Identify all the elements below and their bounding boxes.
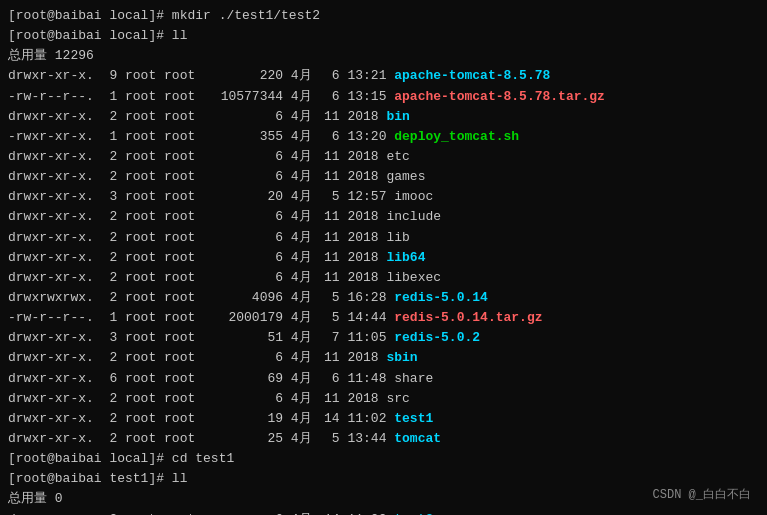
file-time: 2018 [340, 207, 387, 227]
file-month: 4月 [283, 348, 312, 368]
file-month: 4月 [283, 308, 312, 328]
terminal-line: drwxr-xr-x. 2 root root 6 4月 11 2018 lib… [8, 268, 759, 288]
file-month: 4月 [283, 167, 312, 187]
file-day: 11 [312, 268, 340, 288]
terminal-line: drwxrwxrwx. 2 root root 4096 4月 5 16:28 … [8, 288, 759, 308]
file-perms: drwxr-xr-x. 2 root root [8, 348, 203, 368]
terminal-line: drwxr-xr-x. 2 root root 19 4月 14 11:02 t… [8, 409, 759, 429]
terminal-line: drwxr-xr-x. 2 root root 6 4月 11 2018 gam… [8, 167, 759, 187]
file-time: 2018 [340, 228, 387, 248]
file-name: deploy_tomcat.sh [394, 127, 519, 147]
file-time: 13:21 [340, 66, 395, 86]
prompt: [root@baibai local]# [8, 26, 172, 46]
file-month: 4月 [283, 328, 312, 348]
file-day: 11 [312, 167, 340, 187]
file-day: 6 [312, 369, 340, 389]
file-size: 6 [203, 389, 283, 409]
file-day: 11 [312, 228, 340, 248]
file-size: 220 [203, 66, 283, 86]
file-perms: drwxr-xr-x. 3 root root [8, 328, 203, 348]
file-perms: drwxr-xr-x. 6 root root [8, 369, 203, 389]
file-size: 2000179 [203, 308, 283, 328]
file-time: 13:44 [340, 429, 395, 449]
file-name: redis-5.0.14 [394, 288, 488, 308]
file-size: 6 [203, 107, 283, 127]
file-time: 2018 [340, 348, 387, 368]
file-size: 6 [203, 248, 283, 268]
file-time: 2018 [340, 248, 387, 268]
file-time: 11:05 [340, 328, 395, 348]
file-name: src [386, 389, 409, 409]
file-time: 16:28 [340, 288, 395, 308]
file-size: 51 [203, 328, 283, 348]
file-day: 11 [312, 147, 340, 167]
terminal-line: drwxr-xr-x. 2 root root 6 4月 11 2018 inc… [8, 207, 759, 227]
file-name: etc [386, 147, 409, 167]
terminal-line: drwxr-xr-x. 2 root root 6 4月 11 2018 bin [8, 107, 759, 127]
file-perms: drwxr-xr-x. 2 root root [8, 207, 203, 227]
file-month: 4月 [283, 228, 312, 248]
terminal-line: 总用量 0 [8, 489, 759, 509]
file-name: bin [386, 107, 409, 127]
file-perms: drwxr-xr-x. 2 root root [8, 409, 203, 429]
file-day: 11 [312, 248, 340, 268]
file-day: 5 [312, 187, 340, 207]
file-size: 6 [203, 510, 283, 515]
file-perms: drwxr-xr-x. 2 root root [8, 107, 203, 127]
file-perms: -rwxr-xr-x. 1 root root [8, 127, 203, 147]
file-month: 4月 [283, 127, 312, 147]
command: ll [172, 469, 188, 489]
file-time: 2018 [340, 268, 387, 288]
file-perms: drwxr-xr-x. 9 root root [8, 66, 203, 86]
file-name: lib [386, 228, 409, 248]
file-day: 11 [312, 348, 340, 368]
terminal-line: drwxr-xr-x. 2 root root 25 4月 5 13:44 to… [8, 429, 759, 449]
file-perms: drwxr-xr-x. 2 root root [8, 147, 203, 167]
file-day: 5 [312, 429, 340, 449]
file-day: 6 [312, 66, 340, 86]
file-name: test1 [394, 409, 433, 429]
terminal-line: [root@baibai local]# ll [8, 26, 759, 46]
file-month: 4月 [283, 248, 312, 268]
file-month: 4月 [283, 66, 312, 86]
terminal-line: drwxr-xr-x. 3 root root 20 4月 5 12:57 im… [8, 187, 759, 207]
terminal-line: -rw-r--r--. 1 root root 10577344 4月 6 13… [8, 87, 759, 107]
file-month: 4月 [283, 187, 312, 207]
terminal-line: [root@baibai local]# mkdir ./test1/test2 [8, 6, 759, 26]
file-name: apache-tomcat-8.5.78.tar.gz [394, 87, 605, 107]
file-size: 19 [203, 409, 283, 429]
file-name: games [386, 167, 425, 187]
file-perms: drwxr-xr-x. 2 root root [8, 389, 203, 409]
file-month: 4月 [283, 429, 312, 449]
file-perms: drwxrwxrwx. 2 root root [8, 288, 203, 308]
file-day: 6 [312, 87, 340, 107]
file-perms: drwxr-xr-x. 2 root root [8, 429, 203, 449]
file-perms: -rw-r--r--. 1 root root [8, 87, 203, 107]
terminal-line: drwxr-xr-x. 2 root root 6 4月 14 11:02 te… [8, 510, 759, 515]
file-day: 7 [312, 328, 340, 348]
file-size: 6 [203, 268, 283, 288]
command: ll [172, 26, 188, 46]
file-size: 6 [203, 207, 283, 227]
file-perms: drwxr-xr-x. 2 root root [8, 268, 203, 288]
file-size: 6 [203, 228, 283, 248]
file-name: apache-tomcat-8.5.78 [394, 66, 550, 86]
file-name: share [394, 369, 433, 389]
terminal-line: 总用量 12296 [8, 46, 759, 66]
file-time: 13:20 [340, 127, 395, 147]
command: mkdir ./test1/test2 [172, 6, 320, 26]
terminal-line: drwxr-xr-x. 6 root root 69 4月 6 11:48 sh… [8, 369, 759, 389]
file-time: 11:02 [340, 409, 395, 429]
file-time: 2018 [340, 147, 387, 167]
file-size: 6 [203, 167, 283, 187]
file-day: 11 [312, 389, 340, 409]
file-month: 4月 [283, 268, 312, 288]
file-time: 14:44 [340, 308, 395, 328]
file-perms: -rw-r--r--. 1 root root [8, 308, 203, 328]
file-name: tomcat [394, 429, 441, 449]
file-size: 6 [203, 147, 283, 167]
file-size: 20 [203, 187, 283, 207]
file-name: redis-5.0.2 [394, 328, 480, 348]
file-time: 2018 [340, 167, 387, 187]
total-line: 总用量 12296 [8, 46, 94, 66]
